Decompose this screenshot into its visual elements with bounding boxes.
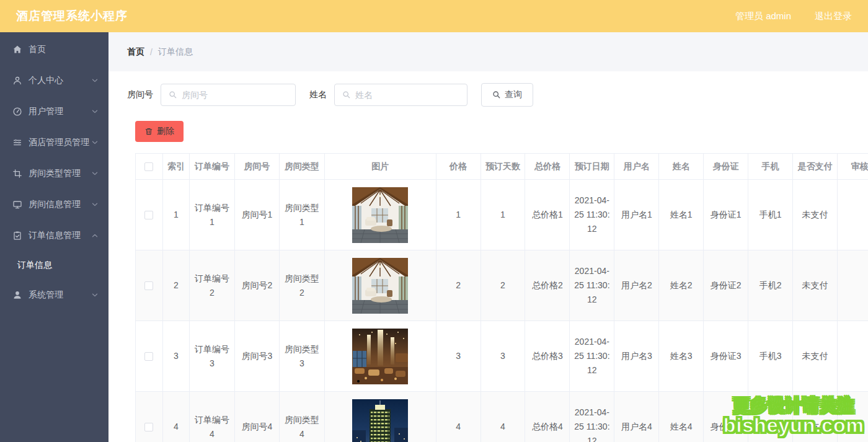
breadcrumb-home[interactable]: 首页 bbox=[127, 46, 144, 58]
cell-total: 总价格3 bbox=[525, 321, 570, 392]
chevron-down-icon bbox=[91, 139, 99, 146]
cell-phone: 手机4 bbox=[748, 392, 793, 442]
monitor-icon bbox=[12, 200, 22, 210]
sidebar-item-6[interactable]: 订单信息管理 bbox=[0, 220, 108, 251]
cell-room_type: 房间类型1 bbox=[280, 180, 325, 250]
sidebar-item-label: 个人中心 bbox=[29, 75, 91, 86]
sidebar-item-4[interactable]: 房间类型管理 bbox=[0, 158, 108, 189]
app-title: 酒店管理系统小程序 bbox=[16, 8, 128, 24]
column-header-select bbox=[136, 154, 163, 180]
chevron-down-icon bbox=[91, 108, 99, 115]
cell-name: 姓名3 bbox=[659, 321, 704, 392]
chevron-up-icon bbox=[91, 232, 99, 239]
table-row: 2订单编号2房间号2房间类型222总价格22021-04-25 11:30:12… bbox=[136, 250, 868, 321]
app-window: 酒店管理系统小程序 管理员 admin 退出登录 首页个人中心用户管理酒店管理员… bbox=[0, 0, 868, 442]
home-icon bbox=[12, 45, 22, 55]
cell-name: 姓名4 bbox=[659, 392, 704, 442]
room-no-input[interactable] bbox=[182, 90, 288, 100]
table-row: 1订单编号1房间号1房间类型111总价格12021-04-25 11:30:12… bbox=[136, 180, 868, 250]
sidebar-item-label: 用户管理 bbox=[29, 106, 91, 117]
cell-date: 2021-04-25 11:30:12 bbox=[570, 250, 614, 321]
sidebar-item-3[interactable]: 酒店管理员管理 bbox=[0, 127, 108, 158]
name-label: 姓名 bbox=[309, 89, 327, 100]
content-panel: 房间号 姓名 查询 删除 bbox=[108, 71, 868, 442]
cell-paid: 未支付 bbox=[793, 180, 838, 250]
cell-index: 3 bbox=[163, 321, 190, 392]
column-header-days: 预订天数 bbox=[481, 154, 526, 180]
delete-button-label: 删除 bbox=[157, 126, 174, 137]
column-header-price: 价格 bbox=[436, 154, 481, 180]
delete-button[interactable]: 删除 bbox=[135, 121, 184, 142]
room-no-input-wrap bbox=[161, 84, 296, 106]
room-photo-interior bbox=[352, 258, 408, 314]
query-button[interactable]: 查询 bbox=[481, 83, 533, 107]
cell-select bbox=[136, 321, 163, 392]
room-photo-interior bbox=[352, 187, 408, 243]
sidebar-menu: 首页个人中心用户管理酒店管理员管理房间类型管理房间信息管理订单信息管理订单信息系… bbox=[0, 34, 108, 311]
cell-id_card: 身份证1 bbox=[704, 180, 748, 250]
cell-select bbox=[136, 392, 163, 442]
sidebar-subitem-order-info[interactable]: 订单信息 bbox=[0, 251, 108, 280]
cell-paid: 未支付 bbox=[793, 321, 838, 392]
cell-days: 2 bbox=[481, 250, 526, 321]
current-user[interactable]: 管理员 admin bbox=[735, 11, 791, 22]
sidebar-item-1[interactable]: 个人中心 bbox=[0, 65, 108, 96]
user-filled-icon bbox=[12, 290, 22, 300]
cell-index: 2 bbox=[163, 250, 190, 321]
logout-link[interactable]: 退出登录 bbox=[815, 11, 852, 22]
sidebar-item-label: 订单信息管理 bbox=[29, 230, 91, 241]
main-area: 首页 / 订单信息 房间号 姓名 查询 bbox=[108, 32, 868, 442]
submenu-label: 订单信息 bbox=[17, 260, 52, 271]
name-input[interactable] bbox=[355, 90, 459, 100]
cell-date: 2021-04-25 11:30:12 bbox=[570, 392, 614, 442]
cell-price: 3 bbox=[436, 321, 481, 392]
cell-room_type: 房间类型4 bbox=[280, 392, 325, 442]
column-header-total: 总价格 bbox=[525, 154, 570, 180]
sidebar-item-5[interactable]: 房间信息管理 bbox=[0, 189, 108, 220]
cell-total: 总价格2 bbox=[525, 250, 570, 321]
table-row: 4订单编号4房间号4房间类型444总价格42021-04-25 11:30:12… bbox=[136, 392, 868, 442]
cell-name: 姓名1 bbox=[659, 180, 704, 250]
select-all-checkbox[interactable] bbox=[144, 162, 153, 171]
cell-username: 用户名2 bbox=[614, 250, 659, 321]
cell-room_no: 房间号2 bbox=[235, 250, 280, 321]
table-header-row: 索引订单编号房间号房间类型图片价格预订天数总价格预订日期用户名姓名身份证手机是否… bbox=[136, 154, 868, 180]
column-header-audit: 审核 bbox=[838, 154, 868, 180]
room-photo-lobby bbox=[352, 329, 408, 384]
table-body: 1订单编号1房间号1房间类型111总价格12021-04-25 11:30:12… bbox=[136, 180, 868, 442]
column-header-index: 索引 bbox=[163, 154, 190, 180]
column-header-username: 用户名 bbox=[614, 154, 659, 180]
cell-order_no: 订单编号3 bbox=[190, 321, 235, 392]
cell-room_no: 房间号3 bbox=[235, 321, 280, 392]
sidebar-item-0[interactable]: 首页 bbox=[0, 34, 108, 65]
column-header-paid: 是否支付 bbox=[793, 154, 838, 180]
cell-image bbox=[325, 392, 436, 442]
name-input-wrap bbox=[334, 84, 467, 106]
row-checkbox[interactable] bbox=[144, 352, 153, 361]
table-row: 3订单编号3房间号3房间类型333总价格32021-04-25 11:30:12… bbox=[136, 321, 868, 392]
column-header-id_card: 身份证 bbox=[704, 154, 748, 180]
row-checkbox[interactable] bbox=[144, 281, 153, 290]
top-header: 酒店管理系统小程序 管理员 admin 退出登录 bbox=[0, 0, 868, 32]
cell-order_no: 订单编号1 bbox=[190, 180, 235, 250]
row-checkbox[interactable] bbox=[144, 211, 153, 219]
cell-id_card: 身份证2 bbox=[704, 250, 748, 321]
cell-price: 1 bbox=[436, 180, 481, 250]
sidebar-item-7[interactable]: 系统管理 bbox=[0, 280, 108, 311]
row-checkbox[interactable] bbox=[144, 423, 153, 431]
cell-select bbox=[136, 250, 163, 321]
cell-total: 总价格1 bbox=[525, 180, 570, 250]
chevron-down-icon bbox=[91, 201, 99, 208]
cell-price: 2 bbox=[436, 250, 481, 321]
search-icon bbox=[169, 91, 177, 99]
breadcrumb-current: 订单信息 bbox=[158, 46, 193, 58]
sidebar-item-2[interactable]: 用户管理 bbox=[0, 96, 108, 127]
cell-phone: 手机2 bbox=[748, 250, 793, 321]
cell-days: 3 bbox=[481, 321, 526, 392]
cell-id_card: 身份证3 bbox=[704, 321, 748, 392]
user-icon bbox=[12, 76, 22, 86]
cell-date: 2021-04-25 11:30:12 bbox=[570, 321, 614, 392]
cell-select bbox=[136, 180, 163, 250]
cell-room_type: 房间类型3 bbox=[280, 321, 325, 392]
toolbar: 删除 bbox=[135, 121, 868, 142]
